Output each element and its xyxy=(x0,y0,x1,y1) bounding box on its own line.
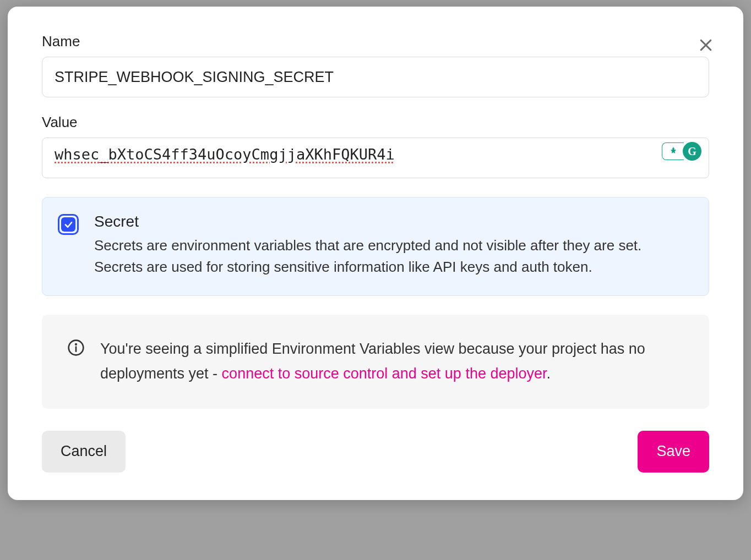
secret-title: Secret xyxy=(94,213,693,230)
info-text: You're seeing a simplified Environment V… xyxy=(100,337,684,387)
info-notice-box: You're seeing a simplified Environment V… xyxy=(42,315,709,409)
checkbox-checked-icon xyxy=(61,217,75,232)
info-text-after: . xyxy=(547,365,551,382)
modal-footer: Cancel Save xyxy=(42,431,709,473)
name-input[interactable] xyxy=(42,57,709,97)
secret-text-content: Secret Secrets are environment variables… xyxy=(94,213,693,278)
grammarly-suggestion-icon xyxy=(662,142,684,160)
secret-description: Secrets are environment variables that a… xyxy=(94,235,693,278)
grammarly-logo-icon: G xyxy=(683,142,701,161)
grammarly-widget[interactable]: G xyxy=(662,142,701,161)
value-field-group: Value whsec_bXtoCS4ff34uOcoyCmgjjaXKhFQK… xyxy=(42,114,709,180)
value-input[interactable]: whsec_bXtoCS4ff34uOcoyCmgjjaXKhFQKUR4i xyxy=(42,138,709,178)
env-variable-modal: Name Value whsec_bXtoCS4ff34uOcoyCmgjjaX… xyxy=(8,7,743,500)
svg-point-2 xyxy=(75,344,77,345)
close-button[interactable] xyxy=(695,34,717,56)
cancel-button[interactable]: Cancel xyxy=(42,431,126,473)
info-icon xyxy=(67,339,85,356)
secret-checkbox[interactable] xyxy=(58,214,79,235)
name-field-group: Name xyxy=(42,33,709,97)
connect-source-control-link[interactable]: connect to source control and set up the… xyxy=(222,365,547,382)
secret-option-box: Secret Secrets are environment variables… xyxy=(42,197,709,296)
name-label: Name xyxy=(42,33,709,50)
save-button[interactable]: Save xyxy=(638,431,709,473)
value-input-wrapper: whsec_bXtoCS4ff34uOcoyCmgjjaXKhFQKUR4i G xyxy=(42,138,709,180)
close-icon xyxy=(698,37,714,53)
value-label: Value xyxy=(42,114,709,131)
